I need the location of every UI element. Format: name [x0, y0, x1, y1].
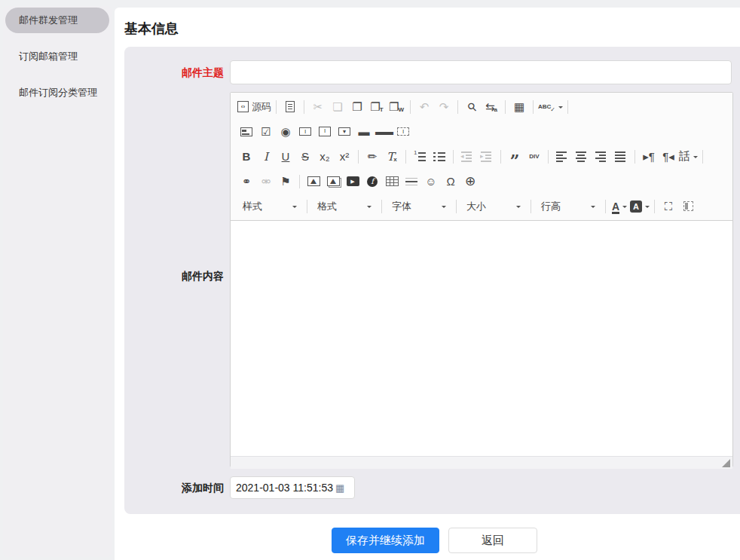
iframe-icon[interactable]: ⊕ [461, 173, 479, 191]
page-title: 基本信息 [124, 20, 179, 38]
form-panel: 邮件主题 ‹›源码✂❏❐❐T❐W↶↷⚲⇆a▦ABC✓☑◉II▾▬▬▬IBIUSx… [124, 47, 740, 514]
paste-icon[interactable]: ❐ [348, 98, 366, 116]
underline-icon[interactable]: U [277, 148, 295, 166]
templates-icon[interactable] [281, 98, 299, 116]
hidden-field-icon[interactable]: I [394, 123, 412, 141]
subject-label: 邮件主题 [124, 60, 224, 84]
find-icon[interactable]: ⚲ [463, 98, 481, 116]
toolbar-separator [453, 150, 454, 164]
maximize-icon[interactable]: ⛶ [659, 197, 677, 216]
bold-icon[interactable]: B [237, 148, 255, 166]
paste-text-icon[interactable]: ❐T [368, 98, 386, 116]
toolbar-separator [457, 100, 458, 114]
toolbar-separator [654, 200, 655, 213]
italic-icon[interactable]: I [257, 148, 275, 166]
subscript-icon[interactable]: x₂ [316, 148, 334, 166]
toolbar-separator [410, 100, 411, 114]
bidi-ltr-icon[interactable]: ▸¶ [640, 148, 658, 166]
align-justify-icon[interactable] [612, 148, 630, 166]
align-right-icon[interactable] [592, 148, 610, 166]
undo-icon: ↶ [415, 98, 433, 116]
editor-content-area[interactable] [231, 221, 732, 456]
unlink-icon: ⚮ [257, 173, 275, 191]
align-center-icon[interactable] [573, 148, 591, 166]
superscript-icon[interactable]: x² [335, 148, 353, 166]
size-select[interactable]: 大小 [462, 198, 525, 215]
line-height-select[interactable]: 行高 [537, 198, 600, 215]
toolbar-separator [567, 100, 568, 114]
sidebar: 邮件群发管理 订阅邮箱管理 邮件订阅分类管理 [3, 6, 112, 557]
button-icon[interactable]: ▬ [355, 123, 373, 141]
bullet-list-icon[interactable] [430, 148, 448, 166]
paste-word-icon[interactable]: ❐W [387, 98, 405, 116]
sidebar-item-subscriber-mailbox[interactable]: 订阅邮箱管理 [3, 50, 112, 63]
remove-format-icon[interactable]: Tx [383, 148, 401, 166]
copy-format-icon[interactable]: ✏ [363, 148, 381, 166]
time-label: 添加时间 [124, 476, 224, 499]
toolbar-separator [299, 175, 300, 188]
styles-select[interactable]: 样式 [238, 198, 301, 215]
toolbar-separator [304, 100, 304, 114]
toolbar-separator [405, 150, 406, 164]
spellcheck-icon[interactable]: ABC✓ [538, 98, 563, 116]
anchor-icon[interactable]: ⚑ [277, 173, 295, 191]
link-icon[interactable]: ⚭ [237, 173, 255, 191]
image-set-icon[interactable]: ⛰ [324, 173, 342, 191]
strike-icon[interactable]: S [296, 148, 314, 166]
time-value: 2021-01-03 11:51:53 [236, 482, 333, 494]
main-content: 基本信息 邮件主题 ‹›源码✂❏❐❐T❐W↶↷⚲⇆a▦ABC✓☑◉II▾▬▬▬I… [115, 8, 740, 560]
special-char-icon[interactable]: Ω [442, 173, 460, 191]
format-select[interactable]: 格式 [313, 198, 376, 215]
calendar-icon[interactable]: ▦ [335, 483, 344, 493]
font-select[interactable]: 字体 [387, 198, 451, 215]
align-left-icon[interactable] [553, 148, 571, 166]
content-label: 邮件内容 [124, 270, 224, 283]
select-field-icon[interactable]: ▾ [335, 123, 353, 141]
redo-icon: ↷ [435, 98, 453, 116]
toolbar-separator [307, 200, 307, 213]
sidebar-item-mail-broadcast[interactable]: 邮件群发管理 [5, 8, 109, 33]
toolbar-separator [605, 200, 606, 213]
toolbar-separator [505, 100, 506, 114]
form-icon[interactable] [237, 123, 255, 141]
smiley-icon[interactable]: ☺ [422, 173, 440, 191]
save-continue-button[interactable]: 保存并继续添加 [332, 528, 439, 553]
text-color-button[interactable]: A [610, 197, 628, 216]
textarea-icon[interactable]: I [316, 123, 334, 141]
resize-handle-icon[interactable] [722, 459, 730, 467]
bidi-rtl-icon[interactable]: ¶◂ [659, 148, 677, 166]
show-blocks-icon[interactable] [679, 197, 697, 216]
copy-icon: ❏ [329, 98, 347, 116]
sidebar-item-subscription-category[interactable]: 邮件订阅分类管理 [3, 86, 112, 99]
text-field-icon[interactable]: I [296, 123, 314, 141]
blockquote-icon[interactable]: ” [506, 148, 524, 166]
editor-status-bar [231, 456, 732, 469]
numbered-list-icon[interactable] [411, 148, 429, 166]
toolbar-separator [456, 200, 457, 213]
flash-icon[interactable]: f [363, 173, 381, 191]
back-button[interactable]: 返回 [448, 528, 537, 553]
checkbox-icon[interactable]: ☑ [257, 123, 275, 141]
div-container-icon[interactable]: DIV [525, 148, 543, 166]
toolbar-separator [276, 100, 277, 114]
language-icon[interactable]: 話 [679, 148, 698, 166]
video-icon[interactable]: ▶ [344, 173, 362, 191]
horizontal-rule-icon[interactable] [402, 173, 420, 191]
bg-color-button[interactable]: A [630, 197, 650, 216]
subject-input[interactable] [230, 60, 732, 84]
time-input[interactable]: 2021-01-03 11:51:53 ▦ [230, 476, 355, 499]
radio-icon[interactable]: ◉ [277, 123, 295, 141]
table-icon[interactable] [383, 173, 401, 191]
image-icon[interactable]: ⛰ [304, 173, 323, 191]
toolbar-separator [500, 150, 501, 164]
toolbar-separator [531, 200, 531, 213]
toolbar-separator [635, 150, 635, 164]
toolbar-separator [702, 150, 703, 164]
replace-icon[interactable]: ⇆a [482, 98, 500, 116]
toolbar-separator [533, 100, 534, 114]
select-all-icon[interactable]: ▦ [510, 98, 528, 116]
toolbar-separator [548, 150, 549, 164]
source-button[interactable]: ‹›源码 [237, 98, 271, 116]
sidebar-item-label: 邮件群发管理 [19, 14, 78, 27]
image-button-icon[interactable]: ▬▬ [375, 123, 393, 141]
